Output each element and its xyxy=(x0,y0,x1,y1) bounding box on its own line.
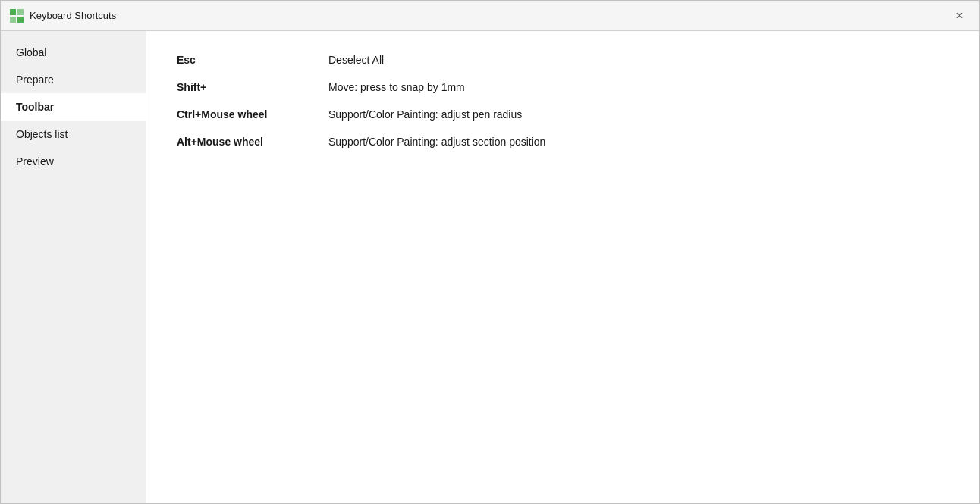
main-panel: EscDeselect AllShift+Move: press to snap… xyxy=(146,31,979,503)
shortcuts-table: EscDeselect AllShift+Move: press to snap… xyxy=(177,54,545,163)
window-title: Keyboard Shortcuts xyxy=(30,10,116,21)
svg-rect-2 xyxy=(10,17,16,23)
shortcut-row: Shift+Move: press to snap by 1mm xyxy=(177,81,545,93)
app-icon xyxy=(10,9,24,23)
close-button[interactable]: × xyxy=(949,5,970,27)
shortcut-description: Move: press to snap by 1mm xyxy=(328,81,465,93)
shortcut-row: Alt+Mouse wheelSupport/Color Painting: a… xyxy=(177,136,545,148)
svg-rect-0 xyxy=(10,9,16,15)
shortcut-key: Ctrl+Mouse wheel xyxy=(177,108,328,121)
titlebar: Keyboard Shortcuts × xyxy=(1,1,979,31)
keyboard-shortcuts-window: Keyboard Shortcuts × GlobalPrepareToolba… xyxy=(0,0,980,504)
titlebar-left: Keyboard Shortcuts xyxy=(10,9,116,23)
shortcut-row: Ctrl+Mouse wheelSupport/Color Painting: … xyxy=(177,108,545,121)
content-area: GlobalPrepareToolbarObjects listPreview … xyxy=(1,31,979,503)
sidebar-item-prepare[interactable]: Prepare xyxy=(1,66,146,93)
shortcut-key: Alt+Mouse wheel xyxy=(177,136,328,148)
shortcut-row: EscDeselect All xyxy=(177,54,545,66)
svg-rect-1 xyxy=(17,9,24,15)
shortcut-description: Deselect All xyxy=(328,54,384,66)
shortcut-description: Support/Color Painting: adjust section p… xyxy=(328,136,545,148)
shortcut-key: Esc xyxy=(177,54,328,66)
sidebar-item-objects-list[interactable]: Objects list xyxy=(1,121,146,148)
sidebar: GlobalPrepareToolbarObjects listPreview xyxy=(1,31,146,503)
sidebar-item-toolbar[interactable]: Toolbar xyxy=(1,93,146,121)
shortcut-key: Shift+ xyxy=(177,81,328,93)
sidebar-item-global[interactable]: Global xyxy=(1,39,146,66)
svg-rect-3 xyxy=(17,17,24,23)
shortcut-description: Support/Color Painting: adjust pen radiu… xyxy=(328,108,522,121)
sidebar-item-preview[interactable]: Preview xyxy=(1,148,146,175)
